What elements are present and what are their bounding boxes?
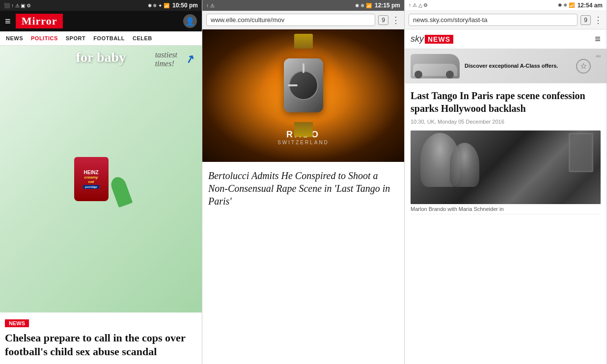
mercedes-ad: Discover exceptional A-Class offers. ☆ A… [405,49,607,83]
heinz-logo: HEINZ [84,170,99,175]
watch-face [289,71,318,100]
nav-item-politics[interactable]: POLITICS [27,31,62,45]
mirror-status-bar: ⬛ ↑ ⚠ ▣ ⚙ ✱ ❄ ✦ 📶 10:50 pm [0,0,202,11]
elle-status-left-icons: ↑ ⚠ [206,3,215,8]
sky-tab-count[interactable]: 9 [580,15,591,25]
sky-article-image [411,130,601,204]
mercedes-ad-text: Discover exceptional A-Class offers. [465,62,571,69]
mercedes-logo: ☆ [576,59,591,74]
ad-subtext: tastiesttimes! [155,51,177,68]
mirror-panel: ⬛ ↑ ⚠ ▣ ⚙ ✱ ❄ ✦ 📶 10:50 pm ≡ Mirror 👤 NE… [0,0,202,364]
sky-browser-menu-icon[interactable]: ⋮ [594,15,603,26]
spoon-icon [109,175,133,208]
sky-status-left-icons: ↑ ⚠ △ ⚙ [409,2,428,8]
mirror-ad-image: for baby HEINZ creamyoat porridge ↗ tast… [0,46,202,312]
nav-item-news[interactable]: NEWS [2,31,27,45]
heinz-label-detail: porridge [83,185,99,189]
mirror-logo[interactable]: Mirror [16,14,63,28]
sky-status-time: 12:54 am [578,2,603,9]
elle-status-time: 12:15 pm [375,2,400,9]
heinz-product: HEINZ creamyoat porridge [64,147,138,211]
sky-status-bar: ↑ ⚠ △ ⚙ ✱ ❄ 📶 12:54 am [405,0,607,11]
nav-item-football[interactable]: FOOTBALL [89,31,129,45]
elle-browser-menu-icon[interactable]: ⋮ [391,15,400,26]
mirror-status-time: 10:50 pm [172,2,198,9]
elle-browser-bar: www.elle.com/culture/mov 9 ⋮ [202,11,404,29]
ad-overlay-text: for baby [76,50,126,65]
elle-tab-count[interactable]: 9 [378,15,388,25]
sky-wordmark: sky [411,34,424,44]
sky-panel: ↑ ⚠ △ ⚙ ✱ ❄ 📶 12:54 am news.sky.com/stor… [405,0,607,364]
mirror-status-left-icons: ⬛ ↑ ⚠ ▣ ⚙ [4,3,31,8]
sky-hamburger-icon[interactable]: ≡ [595,33,601,45]
watch-body [284,58,323,112]
mirror-article: NEWS Chelsea prepare to call in the cops… [0,312,202,364]
sky-timestamp: 10:30, UK, Monday 05 December 2016 [411,119,601,125]
sky-status-right-icons: ✱ ❄ 📶 [558,2,575,8]
hamburger-icon[interactable]: ≡ [5,16,11,27]
sky-image-container: Marlon Brando with Maria Schneider in [411,130,601,214]
mercedes-car-image [411,54,460,78]
rado-subtitle: SWITZERLAND [277,140,329,145]
elle-panel: ↑ ⚠ ✱ ❄ 📶 12:15 pm www.elle.com/culture/… [202,0,405,364]
elle-url-bar[interactable]: www.elle.com/culture/mov [206,14,375,26]
elle-status-right-icons: ✱ ❄ 📶 [355,3,372,8]
mirror-header: ≡ Mirror 👤 [0,11,202,31]
nav-item-sport[interactable]: SPORT [62,31,89,45]
mirror-headline[interactable]: Chelsea prepare to call in the cops over… [5,331,197,358]
mirror-nav: NEWS POLITICS SPORT FOOTBALL CELEB [0,31,202,46]
rado-ad: RADO SWITZERLAND [202,29,404,162]
sky-logo: sky NEWS [411,34,453,44]
mercedes-headline: Discover exceptional A-Class offers. [465,62,571,69]
mirror-status-right-icons: ✱ ❄ ✦ 📶 [148,3,169,8]
heinz-can: HEINZ creamyoat porridge [74,157,109,201]
nav-item-celeb[interactable]: CELEB [129,31,156,45]
sky-browser-bar: news.sky.com/story/last-ta 9 ⋮ [405,11,607,29]
watch-strap-top [294,34,313,49]
elle-status-bar: ↑ ⚠ ✱ ❄ 📶 12:15 pm [202,0,404,11]
elle-article: Bertolucci Admits He Conspired to Shoot … [202,162,404,364]
elle-headline[interactable]: Bertolucci Admits He Conspired to Shoot … [208,169,398,208]
sky-image-caption: Marlon Brando with Maria Schneider in [411,204,601,214]
sky-article: Last Tango In Paris rape scene confessio… [405,83,607,220]
sky-headline[interactable]: Last Tango In Paris rape scene confessio… [411,89,601,115]
news-badge: NEWS [5,319,29,327]
ad-label: Ad [596,53,601,58]
rado-watch [274,46,333,125]
watch-strap-bottom [294,122,313,137]
sky-url-bar[interactable]: news.sky.com/story/last-ta [409,14,578,26]
sky-news-badge: NEWS [425,35,453,44]
mirror-avatar[interactable]: 👤 [183,14,197,28]
heinz-product-name: creamyoat [84,175,98,184]
sky-news-header: sky NEWS ≡ [405,29,607,49]
